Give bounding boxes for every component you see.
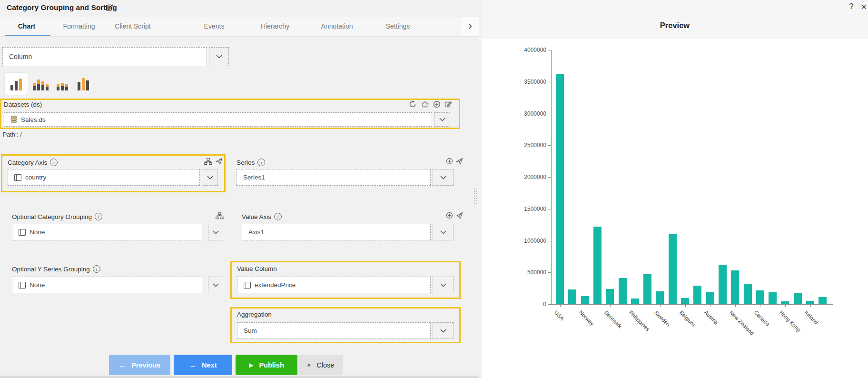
bar (593, 227, 602, 304)
send-icon[interactable] (215, 157, 223, 165)
close-x-icon: × (307, 361, 311, 369)
tab-events[interactable]: Events (204, 22, 225, 30)
column-chart-icon (10, 85, 13, 90)
previous-button[interactable]: ←Previous (109, 355, 170, 375)
chart-subtype-stacked-column[interactable] (30, 73, 51, 95)
optional-y-series-grouping-select[interactable]: None (12, 277, 202, 293)
bar (669, 234, 677, 304)
column-field-icon (19, 282, 26, 288)
tab-settings[interactable]: Settings (386, 22, 410, 30)
bar (693, 286, 701, 304)
x-axis-tick (710, 304, 710, 307)
tab-overflow-button[interactable]: › (461, 17, 479, 36)
y-axis-label: 1000000 (519, 237, 546, 245)
preview-plot: 0500000100000015000002000000250000030000… (482, 0, 868, 378)
optional-category-grouping-select[interactable]: None (12, 224, 202, 240)
series-dropdown-arrow[interactable] (433, 169, 454, 186)
y-axis-label: 3000000 (519, 110, 546, 118)
info-icon[interactable]: i (257, 159, 265, 166)
add-icon[interactable] (433, 100, 441, 109)
dataset-select[interactable]: Sales.ds (4, 112, 432, 127)
send-icon[interactable] (455, 211, 464, 219)
panel-splitter-handle[interactable] (474, 189, 479, 211)
hundred-percent-stacked-column-chart-icon (57, 84, 59, 90)
next-button[interactable]: →Next (174, 355, 232, 375)
chart-type-value: Column (9, 53, 32, 60)
info-icon[interactable]: i (93, 265, 100, 273)
y-axis-label: 2500000 (519, 141, 546, 149)
optional-category-grouping-dropdown-arrow[interactable] (208, 224, 223, 240)
y-axis-label: 3500000 (519, 78, 546, 86)
value-column-select[interactable]: extendedPrice (237, 277, 431, 293)
category-axis-select[interactable]: country (8, 169, 200, 186)
aggregation-select[interactable]: Sum (237, 322, 431, 339)
chart-type-select[interactable]: Column (2, 47, 207, 66)
aggregation-label: Aggregation (237, 311, 272, 318)
bar (806, 301, 814, 304)
window-close-icon[interactable]: × (858, 0, 868, 13)
x-axis-label: Hong Kong (778, 309, 801, 333)
tab-chart[interactable]: Chart (18, 22, 36, 30)
play-icon: ▶ (249, 362, 253, 368)
y-axis-label: 2000000 (519, 173, 546, 181)
value-axis-dropdown-arrow[interactable] (433, 224, 454, 240)
x-axis-label: Sweden (653, 309, 671, 328)
stacked-column-chart-icon (33, 83, 36, 90)
column-field-icon (14, 174, 21, 181)
x-axis-tick (685, 304, 686, 307)
hierarchy-icon[interactable] (215, 211, 224, 220)
tab-hierarchy[interactable]: Hierarchy (261, 22, 289, 30)
y-axis-tick (548, 209, 551, 209)
value-column-dropdown-arrow[interactable] (433, 277, 454, 293)
arrow-left-icon: ← (119, 361, 126, 369)
bar (631, 298, 639, 304)
x-axis-tick (635, 304, 635, 307)
tab-annotation[interactable]: Annotation (321, 22, 353, 30)
bar (581, 296, 589, 304)
hierarchy-icon[interactable] (204, 157, 212, 166)
optional-y-series-grouping-value: None (30, 281, 45, 288)
refresh-icon[interactable] (408, 100, 417, 109)
series-select[interactable]: Series1 (237, 169, 431, 186)
tab-formatting[interactable]: Formatting (63, 22, 95, 30)
info-icon[interactable]: i (95, 213, 102, 220)
clustered-stacked-column-chart-icon (78, 82, 80, 90)
chart-type-dropdown-arrow[interactable] (209, 47, 229, 66)
value-axis-value: Axis1 (248, 229, 264, 236)
y-axis-label: 500000 (519, 269, 546, 276)
add-icon[interactable] (445, 157, 454, 165)
edit-icon[interactable] (444, 100, 453, 109)
x-axis-line (551, 304, 833, 305)
bar (656, 291, 664, 304)
home-icon[interactable] (421, 100, 429, 109)
tab-client-script[interactable]: Client Script (115, 22, 150, 30)
value-axis-label: Value Axisi (242, 213, 282, 220)
info-icon[interactable]: i (50, 159, 58, 166)
chart-subtype-column[interactable] (5, 73, 28, 95)
arrow-right-icon: → (189, 361, 197, 369)
y-axis-label: 1500000 (519, 205, 546, 213)
x-axis-tick (760, 304, 760, 307)
bar (744, 284, 752, 304)
chart-subtype-clustered-stacked-column[interactable] (72, 73, 94, 95)
x-axis-tick (735, 304, 736, 307)
aggregation-dropdown-arrow[interactable] (433, 322, 454, 339)
edit-title-icon[interactable] (106, 3, 114, 11)
horizontal-scrollbar[interactable] (0, 376, 479, 378)
chevron-down-icon (213, 283, 219, 287)
value-axis-select[interactable]: Axis1 (242, 224, 431, 240)
send-icon[interactable] (455, 157, 464, 165)
add-icon[interactable] (445, 211, 454, 219)
publish-button[interactable]: ▶Publish (236, 355, 297, 375)
x-axis-tick (560, 304, 561, 307)
x-axis-label: Belgium (678, 309, 696, 328)
info-icon[interactable]: i (274, 213, 282, 220)
dataset-dropdown-arrow[interactable] (434, 112, 450, 127)
chevron-down-icon (440, 176, 446, 179)
y-axis-tick (548, 82, 551, 82)
help-icon[interactable]: ? (846, 0, 857, 13)
chart-subtype-100-stacked-column[interactable] (52, 73, 72, 95)
close-button[interactable]: ×Close (298, 355, 343, 375)
category-axis-dropdown-arrow[interactable] (202, 169, 218, 186)
optional-y-series-grouping-dropdown-arrow[interactable] (208, 277, 223, 293)
